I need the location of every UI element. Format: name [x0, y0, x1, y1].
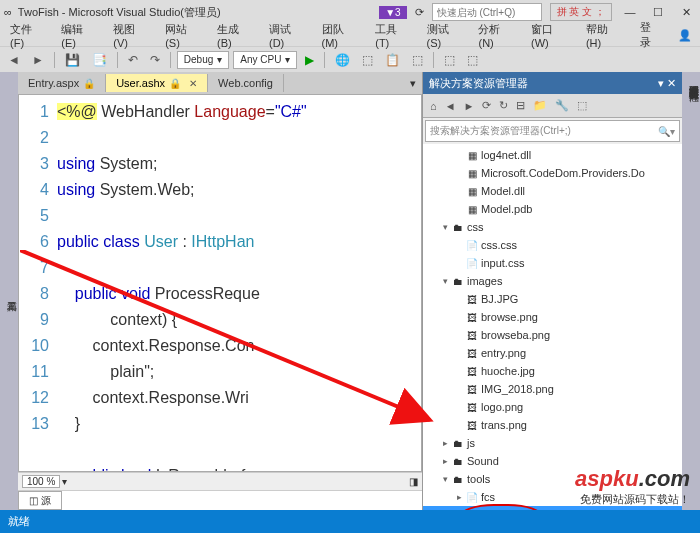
explorer-search-input[interactable]: 搜索解决方案资源管理器(Ctrl+;) 🔍▾ — [425, 120, 680, 142]
collapse-icon[interactable]: ⊟ — [513, 97, 528, 114]
tree-item[interactable]: ▸🖿js — [423, 434, 682, 452]
config-dropdown[interactable]: Debug▾ — [177, 51, 229, 69]
right-panel-tabs[interactable]: 解决方案资源管理器 团队资源管理器 属性 — [682, 72, 700, 510]
status-text: 就绪 — [8, 514, 30, 529]
ime-indicator[interactable]: 拼 英 文 ； — [550, 3, 612, 21]
nav-back-button[interactable]: ◄ — [4, 51, 24, 69]
code-content[interactable]: <%@ WebHandler Language="C#" using Syste… — [57, 95, 421, 471]
code-editor[interactable]: 12345678910111213 <%@ WebHandler Languag… — [18, 94, 422, 472]
tree-item[interactable]: ▦Model.pdb — [423, 200, 682, 218]
tree-item[interactable]: 🖾browseba.png — [423, 326, 682, 344]
tab-entry-aspx[interactable]: Entry.aspx🔒 — [18, 74, 106, 92]
tab-user-ashx[interactable]: User.ashx🔒✕ — [106, 74, 208, 92]
menu-edit[interactable]: 编辑(E) — [55, 20, 103, 51]
platform-dropdown[interactable]: Any CPU▾ — [233, 51, 297, 69]
tree-item[interactable]: 🖾logo.png — [423, 398, 682, 416]
view-tabs: ◫ 源 — [18, 490, 422, 510]
show-all-icon[interactable]: 📁 — [530, 97, 550, 114]
tree-item[interactable]: 📄css.css — [423, 236, 682, 254]
search-dropdown-icon[interactable]: 🔍▾ — [658, 126, 675, 137]
tree-item[interactable]: ▾🖿images — [423, 272, 682, 290]
preview-icon[interactable]: ⬚ — [574, 97, 590, 114]
browser-link-button[interactable]: 🌐 — [331, 51, 354, 69]
tree-item[interactable]: 🖾browse.png — [423, 308, 682, 326]
menu-help[interactable]: 帮助(H) — [580, 20, 629, 51]
refresh-icon[interactable]: ⟳ — [415, 6, 424, 19]
tree-item[interactable]: ▦Model.dll — [423, 182, 682, 200]
save-button[interactable]: 💾 — [61, 51, 84, 69]
split-icon[interactable]: ◨ — [409, 476, 418, 487]
status-bar: 就绪 — [0, 510, 700, 533]
lock-icon: 🔒 — [83, 78, 95, 89]
tabs-overflow-button[interactable]: ▾ — [404, 77, 422, 90]
tab-close-icon[interactable]: ✕ — [189, 78, 197, 89]
home-icon[interactable]: ⌂ — [427, 98, 440, 114]
minimize-button[interactable]: — — [620, 6, 640, 18]
panel-close-icon[interactable]: ✕ — [667, 77, 676, 89]
tree-item[interactable]: 📄input.css — [423, 254, 682, 272]
menu-team[interactable]: 团队(M) — [316, 20, 366, 51]
menu-test[interactable]: 测试(S) — [421, 20, 469, 51]
fwd-icon[interactable]: ► — [461, 98, 478, 114]
menu-debug[interactable]: 调试(D) — [263, 20, 312, 51]
tb-misc-3[interactable]: ⬚ — [408, 51, 427, 69]
undo-button[interactable]: ↶ — [124, 51, 142, 69]
sync-icon[interactable]: ⟳ — [479, 97, 494, 114]
notification-badge[interactable]: ▼3 — [379, 6, 406, 19]
explorer-toolbar: ⌂ ◄ ► ⟳ ↻ ⊟ 📁 🔧 ⬚ — [423, 94, 682, 118]
save-all-button[interactable]: 📑 — [88, 51, 111, 69]
document-tabs: Entry.aspx🔒 User.ashx🔒✕ Web.config ▾ — [18, 72, 422, 94]
back-icon[interactable]: ◄ — [442, 98, 459, 114]
window-title: TwoFish - Microsoft Visual Studio(管理员) — [18, 5, 379, 20]
menu-analyze[interactable]: 分析(N) — [472, 20, 521, 51]
close-button[interactable]: ✕ — [676, 6, 696, 19]
solution-explorer: 解决方案资源管理器 ▾ ✕ ⌂ ◄ ► ⟳ ↻ ⊟ 📁 🔧 ⬚ 搜索解决方案资源… — [422, 72, 682, 510]
redo-button[interactable]: ↷ — [146, 51, 164, 69]
menu-file[interactable]: 文件(F) — [4, 20, 51, 51]
properties-icon[interactable]: 🔧 — [552, 97, 572, 114]
menu-bar: 文件(F) 编辑(E) 视图(V) 网站(S) 生成(B) 调试(D) 团队(M… — [0, 24, 700, 46]
explorer-title: 解决方案资源管理器 — [429, 76, 528, 91]
tree-item[interactable]: 🖾huoche.jpg — [423, 362, 682, 380]
tree-item[interactable]: 🖾trans.png — [423, 416, 682, 434]
tab-web-config[interactable]: Web.config — [208, 74, 284, 92]
tb-misc-5[interactable]: ⬚ — [463, 51, 482, 69]
lock-icon: 🔒 — [169, 78, 181, 89]
menu-window[interactable]: 窗口(W) — [525, 20, 576, 51]
tb-misc-1[interactable]: ⬚ — [358, 51, 377, 69]
tree-item[interactable]: ▦log4net.dll — [423, 146, 682, 164]
editor-footer: 100 % ▾ ◨ — [18, 472, 422, 490]
menu-website[interactable]: 网站(S) — [159, 20, 207, 51]
user-icon[interactable]: 👤 — [674, 29, 696, 42]
menu-view[interactable]: 视图(V) — [107, 20, 155, 51]
start-debug-button[interactable]: ▶ — [301, 51, 318, 69]
line-number-gutter: 12345678910111213 — [19, 95, 57, 471]
pin-icon[interactable]: ▾ — [658, 77, 664, 89]
menu-tools[interactable]: 工具(T) — [369, 20, 416, 51]
nav-fwd-button[interactable]: ► — [28, 51, 48, 69]
maximize-button[interactable]: ☐ — [648, 6, 668, 19]
tree-item[interactable]: 🖾entry.png — [423, 344, 682, 362]
tree-item[interactable]: 🖾BJ.JPG — [423, 290, 682, 308]
quick-launch-input[interactable] — [432, 3, 542, 21]
tree-item[interactable]: 🖾IMG_2018.png — [423, 380, 682, 398]
watermark: aspku.com 免费网站源码下载站！ — [575, 466, 690, 507]
tb-misc-2[interactable]: 📋 — [381, 51, 404, 69]
solution-tree[interactable]: ▦log4net.dll▦Microsoft.CodeDom.Providers… — [423, 144, 682, 510]
zoom-dropdown-icon[interactable]: ▾ — [62, 476, 67, 487]
tree-item[interactable]: ▾🖿css — [423, 218, 682, 236]
zoom-level[interactable]: 100 % — [22, 475, 60, 488]
refresh-icon[interactable]: ↻ — [496, 97, 511, 114]
tb-misc-4[interactable]: ⬚ — [440, 51, 459, 69]
signin-button[interactable]: 登录 — [632, 18, 670, 52]
app-icon: ∞ — [4, 6, 12, 18]
toolbox-panel-tab[interactable]: 工具箱 — [0, 72, 18, 510]
menu-build[interactable]: 生成(B) — [211, 20, 259, 51]
tree-item[interactable]: ▦Microsoft.CodeDom.Providers.Do — [423, 164, 682, 182]
source-view-tab[interactable]: ◫ 源 — [18, 491, 62, 510]
explorer-title-bar[interactable]: 解决方案资源管理器 ▾ ✕ — [423, 72, 682, 94]
